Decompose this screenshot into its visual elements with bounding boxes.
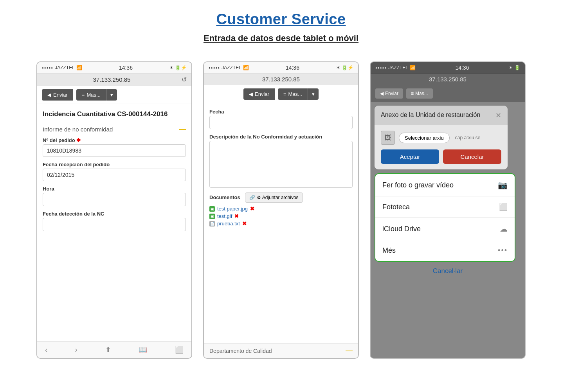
battery-icon-3: 🔋 [514, 65, 520, 70]
modal-header: Anexo de la Unidad de restauración ✕ [375, 106, 508, 125]
modal-body: 🖼 Seleccionar arxiu cap arxiu se Aceptar… [375, 125, 508, 169]
file-icon-2: ▣ [209, 214, 215, 219]
remove-file-2[interactable]: ✖ [234, 213, 239, 219]
action-item-camera[interactable]: Fer foto o gravar vídeo 📷 [375, 174, 515, 196]
field-fecha-recep: Fecha recepción del pedido [43, 162, 186, 181]
enviar-btn-1[interactable]: ◀ Enviar [42, 89, 73, 101]
toolbar-1: ◀ Enviar ≡ Mas... ▾ [37, 86, 191, 104]
phone-3: ●●●●● JAZZTEL 📶 14:36 ✶ 🔋 37.133.250.85 [370, 61, 526, 359]
doc-files: ▣ test paper.jpg ✖ ▣ test.gif ✖ 📄 prueba… [209, 206, 353, 227]
remove-file-3[interactable]: ✖ [242, 221, 247, 227]
status-bar-1: ●●●●● JAZZTEL 📶 14:36 ✶ 🔋⚡ [37, 62, 191, 74]
address-bar-1[interactable]: 37.133.250.85 ↺ [37, 74, 191, 86]
accept-btn[interactable]: Aceptar [381, 149, 439, 164]
action-label-camera: Fer foto o gravar vídeo [382, 181, 454, 189]
modal-file-icon: 🖼 [381, 131, 395, 145]
enviar-group-1: ◀ Enviar [42, 89, 73, 101]
bookmarks-btn-1[interactable]: 📖 [136, 345, 150, 355]
modal-box: Anexo de la Unidad de restauración ✕ 🖼 S… [375, 106, 508, 169]
footer-label-2: Departamento de Calidad — [209, 347, 353, 355]
wifi-icon-2: 📶 [243, 65, 249, 70]
mas-arrow-1[interactable]: ▾ [106, 89, 117, 101]
action-label-icloud: iCloud Drive [382, 225, 421, 233]
page-wrapper: Customer Service Entrada de datos desde … [0, 0, 562, 359]
send-icon-2: ◀ [249, 91, 253, 97]
page-subtitle: Entrada de datos desde tablet o móvil [0, 33, 562, 43]
form-title-1: Incidencia Cuantitativa CS-000144-2016 [43, 110, 186, 119]
bluetooth-icon-1: ✶ [169, 65, 173, 70]
dots-icon: ••• [498, 246, 508, 255]
label-desc: Descripción de la No Conformidad y actua… [209, 134, 353, 140]
reload-btn-1[interactable]: ↺ [182, 76, 187, 83]
mas-btn-1[interactable]: ≡ Mas... [76, 89, 106, 101]
modal-buttons: Aceptar Cancelar [381, 149, 501, 164]
doc-label: Documentos [209, 194, 240, 200]
attach-label: ⚙ Adjuntar archivos [257, 195, 298, 200]
address-text-2: 37.133.250.85 [209, 76, 353, 83]
filename-2: test.gif [217, 213, 232, 219]
label-fecha-detec: Fecha detección de la NC [43, 211, 186, 217]
input-pedido[interactable] [43, 144, 186, 157]
modal-close-btn[interactable]: ✕ [495, 111, 501, 120]
camera-icon: 📷 [498, 180, 508, 190]
action-item-photos[interactable]: Fototeca ⬜ [375, 196, 515, 218]
input-hora[interactable] [43, 193, 186, 206]
filename-1: test paper.jpg [217, 206, 248, 212]
list-icon-1: ≡ [82, 92, 85, 98]
action-label-mes: Més [382, 246, 396, 255]
label-fecha-recep: Fecha recepción del pedido [43, 162, 186, 167]
field-pedido: Nº del pedido ✱ [43, 137, 186, 157]
action-item-icloud[interactable]: iCloud Drive ☁ [375, 218, 515, 240]
remove-file-1[interactable]: ✖ [250, 206, 254, 212]
toolbar-3: ◀ Enviar ≡ Mas... [371, 85, 525, 102]
file-2: ▣ test.gif ✖ [209, 213, 353, 219]
carrier-1: JAZZTEL [55, 65, 75, 70]
action-item-mes[interactable]: Més ••• [375, 240, 515, 261]
mas-group-1: ≡ Mas... ▾ [76, 89, 117, 101]
time-3: 14:36 [455, 65, 469, 71]
label-fecha-p2: Fecha [209, 109, 353, 115]
input-fecha-recep[interactable] [43, 169, 186, 181]
mas-btn-2[interactable]: ≡ Mas... [278, 88, 308, 100]
address-bar-3: 37.133.250.85 [371, 74, 525, 85]
wifi-icon-3: 📶 [410, 65, 416, 70]
mas-btn-3[interactable]: ≡ Mas... [406, 88, 433, 99]
cancel-btn[interactable]: Cancelar [443, 149, 501, 164]
field-fecha-detec: Fecha detección de la NC [43, 211, 186, 231]
share-btn-1[interactable]: ⬆ [103, 345, 113, 355]
file-1: ▣ test paper.jpg ✖ [209, 206, 353, 212]
bluetooth-icon-3: ✶ [509, 65, 513, 70]
cancel-link[interactable]: Cancel·lar [433, 267, 463, 275]
page-title: Customer Service [0, 11, 562, 28]
textarea-desc[interactable] [209, 141, 353, 188]
input-fecha-detec[interactable] [43, 218, 186, 231]
enviar-btn-2[interactable]: ◀ Enviar [243, 88, 275, 100]
footer-minus-2[interactable]: — [346, 347, 353, 355]
status-left-2: ●●●●● JAZZTEL 📶 [209, 65, 249, 70]
file-icon-3: 📄 [209, 221, 215, 227]
forward-btn-1[interactable]: › [73, 345, 80, 355]
select-file-btn[interactable]: Seleccionar arxiu [399, 133, 450, 143]
field-hora: Hora [43, 186, 186, 206]
battery-icon-1: 🔋⚡ [175, 65, 187, 70]
field-desc: Descripción de la No Conformidad y actua… [209, 134, 353, 188]
back-btn-1[interactable]: ‹ [43, 345, 50, 355]
section-minus-1[interactable]: — [179, 125, 186, 133]
tabs-btn-1[interactable]: ⬜ [173, 345, 186, 355]
enviar-btn-3[interactable]: ◀ Enviar [375, 88, 403, 99]
input-fecha-p2[interactable] [209, 116, 353, 129]
enviar-group-2: ◀ Enviar [243, 88, 275, 100]
list-icon-2: ≡ [283, 91, 286, 97]
page-header: Customer Service Entrada de datos desde … [0, 0, 562, 50]
phone-2: ●●●●● JAZZTEL 📶 14:36 ✶ 🔋⚡ 37.133.250.85 [203, 61, 359, 359]
address-bar-2[interactable]: 37.133.250.85 [204, 74, 358, 85]
attach-btn[interactable]: 🔗 ⚙ Adjuntar archivos [245, 192, 303, 203]
mas-arrow-2[interactable]: ▾ [308, 88, 319, 100]
status-left-3: ●●●●● JAZZTEL 📶 [375, 65, 416, 70]
cancel-area: Cancel·lar [375, 263, 521, 277]
dept-label: Departamento de Calidad [209, 348, 272, 354]
carrier-3: JAZZTEL [388, 65, 408, 70]
signal-dots-2: ●●●●● [209, 66, 220, 70]
required-star-pedido: ✱ [76, 137, 81, 143]
status-bar-2: ●●●●● JAZZTEL 📶 14:36 ✶ 🔋⚡ [204, 62, 358, 74]
